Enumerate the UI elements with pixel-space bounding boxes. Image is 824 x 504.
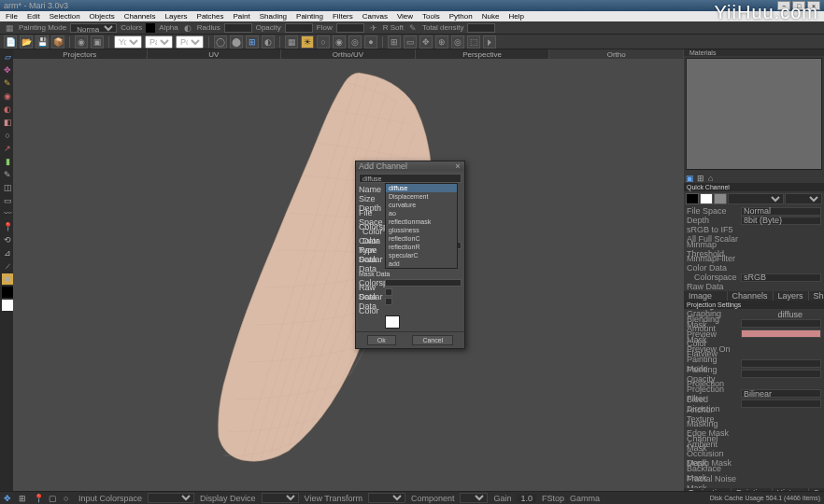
- menu-selection[interactable]: Selection: [46, 12, 84, 21]
- shade-basic-icon[interactable]: ⬤: [230, 35, 243, 49]
- menu-file[interactable]: File: [2, 12, 21, 21]
- warp-tool-icon[interactable]: 〰: [2, 208, 13, 219]
- clone-tool-icon[interactable]: ◐: [2, 104, 13, 115]
- close-button[interactable]: ×: [807, 1, 820, 10]
- filespace-value[interactable]: Normal: [741, 207, 821, 216]
- blur-tool-icon[interactable]: ○: [2, 130, 13, 141]
- light3-icon[interactable]: ◎: [348, 35, 362, 49]
- paintthrough-tool-icon[interactable]: ◉: [2, 91, 13, 102]
- size-select[interactable]: [728, 193, 784, 204]
- fg-color-icon[interactable]: [2, 287, 13, 298]
- minimize-button[interactable]: −: [777, 1, 790, 10]
- active-tool-icon[interactable]: ■: [2, 273, 13, 285]
- node-icon[interactable]: ⊞: [697, 174, 706, 183]
- lighting-toggle-icon[interactable]: ☀: [301, 35, 314, 49]
- tab-layers[interactable]: Layers - diffuse: [774, 291, 809, 301]
- pressure-icon[interactable]: ✎: [407, 22, 419, 34]
- menu-python[interactable]: Python: [446, 12, 476, 21]
- vector-tool-icon[interactable]: ↗: [2, 143, 13, 154]
- tab-perspective[interactable]: Perspective: [416, 49, 550, 59]
- painting-mode-select[interactable]: Normal: [70, 23, 117, 33]
- tab-image-manager[interactable]: Image Manager: [684, 291, 728, 301]
- bg-color-icon[interactable]: [2, 300, 13, 311]
- menu-nuke[interactable]: Nuke: [478, 12, 504, 21]
- light1-icon[interactable]: ○: [317, 35, 330, 49]
- dlg-mask-rawdata-check[interactable]: [385, 288, 392, 296]
- colorspace-value[interactable]: sRGB: [741, 273, 821, 282]
- snap-icon[interactable]: ⬚: [467, 35, 480, 49]
- swatch-black[interactable]: [686, 193, 699, 204]
- save-icon[interactable]: 💾: [36, 35, 49, 49]
- pin-icon[interactable]: 📍: [34, 494, 43, 503]
- shader-icon[interactable]: ▣: [686, 174, 695, 183]
- swatch-gray[interactable]: [714, 193, 727, 204]
- option-add[interactable]: add: [386, 259, 457, 268]
- slerp-tool-icon[interactable]: ⟲: [2, 234, 13, 245]
- paintmode-value[interactable]: [741, 359, 821, 368]
- zoom-icon[interactable]: ⊕: [435, 35, 448, 49]
- view-transform-select[interactable]: [368, 493, 405, 503]
- render-icon[interactable]: ▣: [91, 35, 104, 49]
- fit-icon[interactable]: ▢: [49, 494, 58, 503]
- menu-patches[interactable]: Patches: [193, 12, 228, 21]
- shade-flat-icon[interactable]: ◯: [214, 35, 227, 49]
- eraser-tool-icon[interactable]: ◧: [2, 117, 13, 128]
- open-file-icon[interactable]: 📂: [20, 35, 33, 49]
- swatch-white[interactable]: [700, 193, 713, 204]
- gradient-tool-icon[interactable]: ▮: [2, 156, 13, 167]
- menu-objects[interactable]: Objects: [86, 12, 119, 21]
- option-ao[interactable]: ao: [386, 209, 457, 217]
- measure-tool-icon[interactable]: ⟋: [2, 260, 13, 272]
- eyedrop-tool-icon[interactable]: ✎: [2, 169, 13, 180]
- dlg-color-swatch[interactable]: [385, 315, 400, 329]
- dlg-mask-scalardata-check[interactable]: [385, 298, 392, 305]
- input-colorspace-select[interactable]: [148, 493, 194, 503]
- tab-uv[interactable]: UV: [148, 49, 282, 59]
- tab-orthouv[interactable]: Ortho/UV: [281, 49, 416, 59]
- component-select[interactable]: [460, 493, 488, 503]
- option-reflectionmask[interactable]: reflectionmask: [386, 217, 457, 226]
- isolate-icon[interactable]: ▭: [404, 35, 417, 49]
- new-file-icon[interactable]: 📄: [4, 35, 17, 49]
- channel-type-dropdown[interactable]: diffuse: [359, 174, 462, 183]
- pin-tool-icon[interactable]: 📍: [2, 221, 13, 232]
- paintopacity-slider[interactable]: [741, 370, 821, 378]
- menu-channels[interactable]: Channels: [121, 12, 160, 21]
- wireframe-icon[interactable]: ⊞: [246, 35, 259, 49]
- towbrush-tool-icon[interactable]: ⊿: [2, 247, 13, 259]
- preview-icon[interactable]: ⏵: [483, 35, 496, 49]
- option-glossiness[interactable]: glossiness: [386, 226, 457, 234]
- dialog-titlebar[interactable]: Add Channel ×: [356, 161, 464, 171]
- light2-icon[interactable]: ◉: [333, 35, 346, 49]
- materials-tab[interactable]: Materials: [684, 49, 721, 56]
- depth-select[interactable]: [785, 193, 822, 204]
- grid-snap-icon[interactable]: ⊞: [19, 494, 28, 503]
- depth-value[interactable]: 8bit (Byte): [741, 217, 821, 225]
- radius-input[interactable]: [224, 23, 252, 33]
- patch-grid-icon[interactable]: ⊞: [388, 35, 401, 49]
- brush-set-select[interactable]: Your: [114, 35, 142, 49]
- bleed-value[interactable]: [741, 399, 821, 408]
- camera-icon[interactable]: ◉: [75, 35, 88, 49]
- menu-painting[interactable]: Painting: [292, 12, 327, 21]
- projfilter-value[interactable]: Bilinear: [741, 389, 821, 398]
- option-specularc[interactable]: specularC: [386, 251, 457, 259]
- dlg-mask-colorspace-input[interactable]: [385, 279, 462, 287]
- tree-icon[interactable]: ⌂: [708, 174, 717, 183]
- archive-icon[interactable]: 📦: [51, 35, 64, 49]
- total-density-input[interactable]: [467, 23, 495, 33]
- option-reflectionr[interactable]: reflectionR: [386, 243, 457, 251]
- maskpreview-color[interactable]: [741, 329, 821, 338]
- option-curvature[interactable]: curvature: [386, 201, 457, 209]
- menu-layers[interactable]: Layers: [162, 12, 192, 21]
- tab-channels[interactable]: Channels: [728, 291, 774, 301]
- menu-edit[interactable]: Edit: [23, 12, 44, 21]
- brush-cursor-icon[interactable]: ○: [64, 494, 73, 503]
- center-icon[interactable]: ◎: [451, 35, 464, 49]
- menu-filters[interactable]: Filters: [329, 12, 357, 21]
- fg-color-swatch[interactable]: [146, 23, 155, 33]
- menu-shading[interactable]: Shading: [256, 12, 291, 21]
- menu-help[interactable]: Help: [504, 12, 527, 21]
- tab-projectors[interactable]: Projectors: [13, 49, 148, 59]
- buffer-tool-icon[interactable]: ▭: [2, 195, 13, 206]
